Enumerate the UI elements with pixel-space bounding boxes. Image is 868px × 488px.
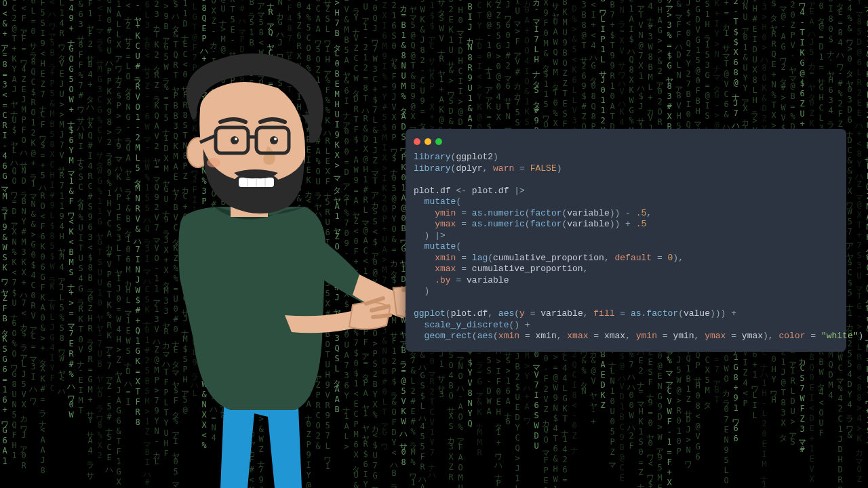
svg-point-11 (231, 136, 239, 144)
code-line: xmax = cumulative_proportion, (414, 264, 838, 275)
code-line (414, 298, 838, 309)
code-line: .by = variable (414, 275, 838, 287)
code-editor-window: library(ggplot2)library(dplyr, warn = FA… (406, 129, 846, 352)
window-traffic-lights (406, 136, 846, 152)
code-line: mutate( (414, 241, 838, 253)
code-line: xmin = lag(cumulative_proportion, defaul… (414, 253, 838, 264)
code-line (414, 174, 838, 186)
code-line: scale_y_discrete() + (414, 320, 838, 331)
code-line: library(dplyr, warn = FALSE) (414, 163, 838, 175)
minimize-dot-icon[interactable] (425, 138, 431, 145)
svg-point-14 (274, 138, 277, 140)
code-line: ) (414, 286, 838, 298)
code-line: library(ggplot2) (414, 152, 838, 163)
code-line: ymin = as.numeric(factor(variable)) - .5… (414, 208, 838, 220)
code-line: mutate( (414, 197, 838, 208)
code-content: library(ggplot2)library(dplyr, warn = FA… (406, 152, 846, 342)
svg-point-15 (207, 158, 220, 167)
code-line: plot.df <- plot.df |> (414, 186, 838, 197)
svg-point-12 (270, 136, 278, 144)
code-line: ggplot(plot.df, aes(y = variable, fill =… (414, 308, 838, 320)
code-line: ymax = as.numeric(factor(variable)) + .5 (414, 219, 838, 230)
cartoon-presenter-character (95, 47, 414, 488)
svg-point-13 (235, 138, 237, 140)
code-line: ) |> (414, 230, 838, 242)
close-dot-icon[interactable] (414, 138, 420, 145)
code-line: geom_rect(aes(xmin = xmin, xmax = xmax, … (414, 331, 838, 342)
maximize-dot-icon[interactable] (435, 138, 442, 145)
